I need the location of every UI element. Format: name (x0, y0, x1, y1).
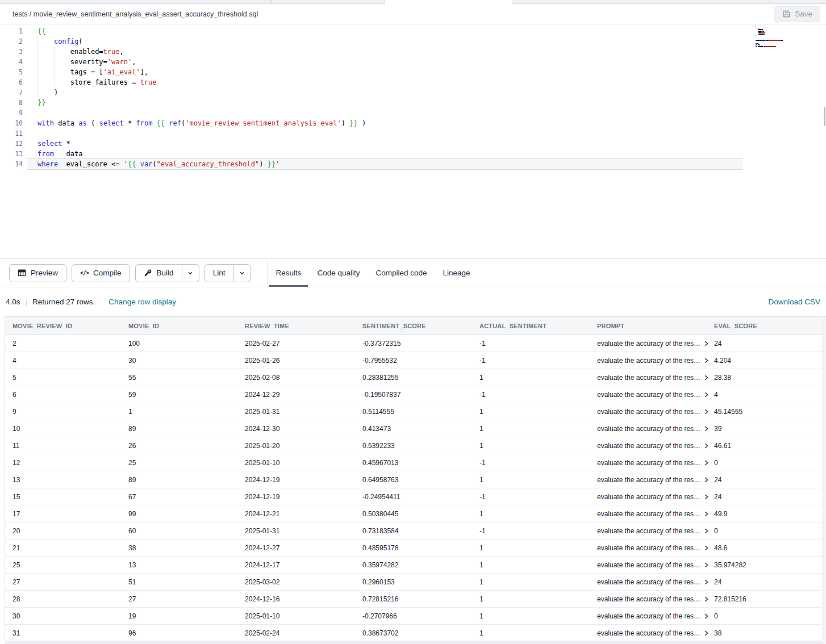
cell-sentiment-score: -0.24954411 (362, 493, 479, 501)
editor-scrollbar-thumb[interactable] (824, 107, 825, 126)
expand-prompt-icon[interactable] (704, 392, 709, 398)
code-line[interactable]: store_failures = true (37, 77, 753, 87)
prompt-text: evaluate the accuracy of the res… (597, 612, 700, 620)
cell-movie-review-id: 4 (12, 357, 128, 365)
code-line[interactable]: enabled=true, (37, 47, 753, 57)
cell-prompt: evaluate the accuracy of the res… (597, 391, 714, 399)
cell-actual-sentiment: 1 (479, 408, 597, 416)
cell-movie-id: 19 (128, 612, 245, 620)
cell-actual-sentiment: 1 (479, 561, 597, 569)
expand-prompt-icon[interactable] (704, 477, 709, 483)
cell-sentiment-score: 0.38673702 (362, 629, 479, 637)
cell-sentiment-score: 0.72815216 (362, 595, 479, 603)
expand-prompt-icon[interactable] (704, 358, 709, 363)
tab-results[interactable]: Results (269, 259, 308, 287)
cell-prompt: evaluate the accuracy of the res… (597, 476, 714, 484)
table-row: 5552025-02-080.283812551evaluate the acc… (5, 369, 826, 386)
table-horizontal-scrollbar[interactable] (5, 641, 822, 644)
expand-prompt-icon[interactable] (704, 460, 709, 466)
tab-lineage[interactable]: Lineage (436, 259, 477, 287)
column-header-eval-score: EVAL_SCORE (714, 323, 826, 329)
code-line[interactable]: from data (37, 149, 753, 159)
file-tab-fragment[interactable] (0, 0, 271, 4)
code-line[interactable]: ) (37, 87, 753, 98)
expand-prompt-icon[interactable] (704, 528, 709, 534)
cell-sentiment-score: 0.48595178 (362, 544, 479, 552)
code-line[interactable] (37, 108, 753, 118)
cell-actual-sentiment: 1 (479, 374, 597, 382)
cell-sentiment-score: 0.5392233 (362, 442, 479, 450)
code-content[interactable]: {{ config( enabled=true, severity='warn'… (37, 26, 753, 169)
code-line[interactable]: with data as ( select * from {{ ref('mov… (37, 118, 753, 128)
expand-prompt-icon[interactable] (704, 511, 709, 517)
cell-movie-id: 59 (128, 391, 245, 399)
build-button-label: Build (157, 269, 174, 277)
line-number: 4 (0, 57, 23, 67)
table-vertical-scrollbar[interactable] (822, 317, 826, 644)
cell-actual-sentiment: 1 (479, 425, 597, 433)
expand-prompt-icon[interactable] (704, 494, 709, 500)
table-row: 30192025-01-10-0.27079661evaluate the ac… (5, 608, 826, 625)
cell-prompt: evaluate the accuracy of the res… (597, 408, 714, 416)
expand-prompt-icon[interactable] (704, 409, 709, 415)
cell-movie-id: 1 (128, 408, 245, 416)
lint-button[interactable]: Lint (205, 264, 234, 282)
prompt-text: evaluate the accuracy of the res… (597, 561, 700, 569)
code-line[interactable] (37, 128, 753, 139)
table-row: 31962025-02-240.386737021evaluate the ac… (5, 625, 826, 642)
cell-prompt: evaluate the accuracy of the res… (597, 510, 714, 518)
lint-dropdown-chevron[interactable] (233, 264, 251, 282)
code-line[interactable]: severity='warn', (37, 57, 753, 67)
expand-prompt-icon[interactable] (704, 341, 709, 346)
file-tab-fragment[interactable] (512, 0, 826, 4)
expand-prompt-icon[interactable] (704, 443, 709, 449)
cell-review-time: 2024-12-19 (245, 493, 362, 501)
code-line[interactable]: where eval_score <= '{{ var("eval_accura… (27, 159, 743, 169)
cell-movie-review-id: 20 (12, 527, 128, 535)
expand-prompt-icon[interactable] (704, 579, 709, 585)
expand-prompt-icon[interactable] (704, 375, 709, 380)
indent-guide (54, 47, 55, 87)
file-tab-fragment[interactable] (271, 0, 385, 4)
expand-prompt-icon[interactable] (704, 426, 709, 432)
expand-prompt-icon[interactable] (704, 545, 709, 551)
minimap[interactable] (756, 26, 823, 48)
indent-guide (37, 36, 38, 98)
compile-button[interactable]: </>Compile (72, 264, 130, 282)
tab-code-quality[interactable]: Code quality (310, 259, 366, 287)
tab-compiled-code[interactable]: Compiled code (369, 259, 434, 287)
cell-actual-sentiment: -1 (479, 357, 597, 365)
code-editor[interactable]: 1234567891011121314 {{ config( enabled=t… (0, 24, 826, 258)
cell-eval-score: 24 (714, 493, 826, 501)
cell-prompt: evaluate the accuracy of the res… (597, 425, 714, 433)
expand-prompt-icon[interactable] (704, 562, 709, 568)
lint-button-label: Lint (213, 269, 226, 277)
expand-prompt-icon[interactable] (704, 596, 709, 602)
cell-eval-score: 0 (714, 459, 826, 467)
cell-sentiment-score: 0.45967013 (362, 459, 479, 467)
cell-movie-review-id: 11 (12, 442, 128, 450)
minimap-line (756, 46, 823, 47)
code-line[interactable]: tags = ['ai_eval'], (37, 67, 753, 77)
table-row: 25132024-12-170.359742821evaluate the ac… (5, 557, 826, 574)
line-number: 5 (0, 67, 23, 77)
code-line[interactable]: config( (37, 36, 753, 47)
cell-eval-score: 45.14555 (714, 408, 826, 416)
save-button[interactable]: Save (774, 6, 820, 22)
preview-button-label: Preview (31, 269, 58, 277)
preview-button[interactable]: Preview (9, 264, 66, 282)
expand-prompt-icon[interactable] (704, 613, 709, 619)
table-row: 21382024-12-270.485951781evaluate the ac… (5, 540, 826, 557)
cell-review-time: 2024-12-27 (245, 544, 362, 552)
cell-sentiment-score: 0.2960153 (362, 578, 479, 586)
build-dropdown-chevron[interactable] (182, 264, 199, 282)
code-line[interactable]: {{ (37, 26, 753, 36)
build-button[interactable]: Build (135, 264, 182, 282)
code-line[interactable]: select * (37, 139, 753, 149)
cell-movie-id: 89 (128, 425, 245, 433)
download-csv-link[interactable]: Download CSV (768, 298, 820, 306)
code-line[interactable]: }} (37, 98, 753, 108)
column-header-sentiment-score: SENTIMENT_SCORE (362, 323, 479, 329)
change-row-display-link[interactable]: Change row display (109, 298, 176, 306)
expand-prompt-icon[interactable] (704, 630, 709, 636)
